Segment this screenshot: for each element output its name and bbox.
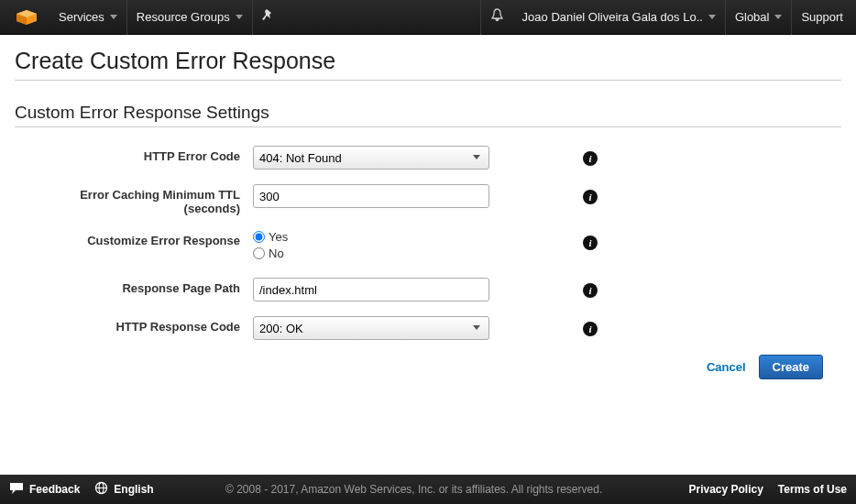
region-menu[interactable]: Global — [726, 0, 793, 35]
customize-no-option[interactable]: No — [253, 247, 491, 260]
language-button[interactable]: English — [94, 481, 153, 498]
terms-link[interactable]: Terms of Use — [778, 483, 847, 496]
privacy-link[interactable]: Privacy Policy — [688, 483, 763, 496]
chevron-down-icon — [236, 15, 243, 19]
services-label: Services — [59, 10, 104, 24]
chevron-down-icon — [774, 15, 782, 19]
cancel-button[interactable]: Cancel — [707, 360, 746, 374]
row-http-error-code: HTTP Error Code 404: Not Found i — [15, 146, 841, 170]
info-icon: i — [583, 283, 598, 298]
page-path-input[interactable] — [253, 278, 489, 301]
info-icon: i — [583, 322, 598, 336]
customize-yes-radio[interactable] — [253, 231, 265, 243]
info-ttl[interactable]: i — [583, 184, 598, 204]
row-ttl: Error Caching Minimum TTL(seconds) i — [15, 184, 841, 215]
chevron-down-icon — [708, 15, 716, 19]
chevron-down-icon — [110, 15, 117, 19]
services-menu[interactable]: Services — [49, 0, 127, 35]
support-label: Support — [801, 10, 843, 24]
info-http-error-code[interactable]: i — [583, 146, 598, 166]
page-title: Create Custom Error Response — [15, 48, 841, 81]
user-menu[interactable]: Joao Daniel Oliveira Gala dos Lo.. — [513, 0, 726, 35]
main-content: Create Custom Error Response Custom Erro… — [0, 35, 856, 379]
pin-icon — [262, 9, 273, 25]
region-label: Global — [735, 10, 770, 24]
row-customize: Customize Error Response Yes No i — [15, 230, 841, 263]
create-button[interactable]: Create — [759, 355, 823, 379]
top-nav: Services Resource Groups Joao Daniel Oli… — [0, 0, 856, 35]
pin-button[interactable] — [253, 0, 282, 35]
customize-no-radio[interactable] — [253, 247, 265, 259]
ttl-input[interactable] — [253, 184, 489, 208]
http-error-code-select[interactable]: 404: Not Found — [253, 146, 489, 170]
form-actions: Cancel Create — [15, 355, 841, 379]
customize-yes-option[interactable]: Yes — [253, 230, 491, 244]
section-title: Custom Error Response Settings — [15, 103, 841, 127]
info-http-response-code[interactable]: i — [583, 316, 598, 336]
http-response-code-select[interactable]: 200: OK — [253, 316, 489, 340]
user-label: Joao Daniel Oliveira Gala dos Lo.. — [522, 10, 703, 24]
settings-form: HTTP Error Code 404: Not Found i Error C… — [15, 146, 841, 340]
label-customize: Customize Error Response — [15, 230, 253, 247]
feedback-button[interactable]: Feedback — [9, 482, 80, 498]
label-ttl: Error Caching Minimum TTL(seconds) — [15, 184, 253, 215]
globe-icon — [94, 481, 108, 498]
info-icon: i — [583, 236, 598, 250]
resource-groups-menu[interactable]: Resource Groups — [127, 0, 253, 35]
footer-bar: Feedback English © 2008 - 2017, Amazon W… — [0, 475, 856, 504]
support-menu[interactable]: Support — [792, 0, 852, 35]
row-page-path: Response Page Path i — [15, 278, 841, 301]
info-customize[interactable]: i — [583, 230, 598, 250]
info-icon: i — [583, 151, 598, 166]
label-http-response-code: HTTP Response Code — [15, 316, 253, 334]
label-page-path: Response Page Path — [15, 278, 253, 295]
notifications-button[interactable] — [480, 0, 513, 35]
resource-groups-label: Resource Groups — [137, 10, 230, 24]
speech-bubble-icon — [9, 482, 24, 498]
copyright-text: © 2008 - 2017, Amazon Web Services, Inc.… — [154, 483, 675, 496]
info-page-path[interactable]: i — [583, 278, 598, 298]
row-http-response-code: HTTP Response Code 200: OK i — [15, 316, 841, 340]
label-http-error-code: HTTP Error Code — [15, 146, 253, 163]
aws-logo-icon[interactable] — [13, 8, 40, 27]
bell-icon — [490, 8, 504, 27]
info-icon: i — [583, 190, 598, 204]
